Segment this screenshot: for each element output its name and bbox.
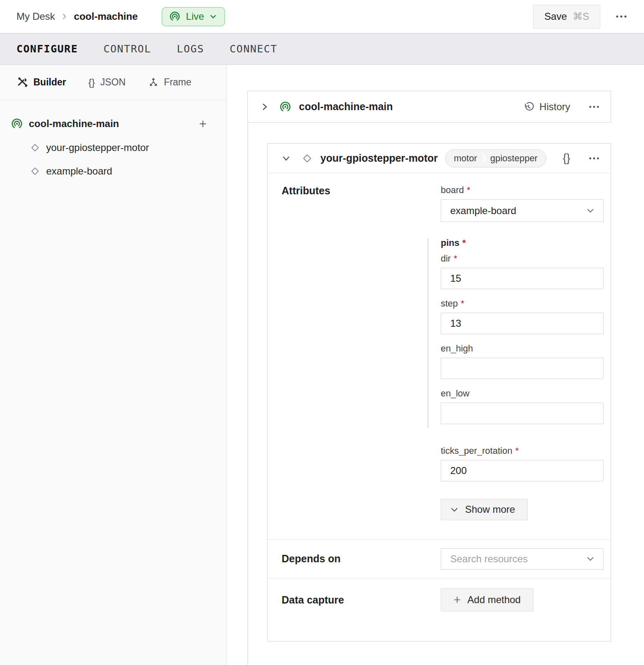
collapse-component-button[interactable]	[282, 154, 291, 163]
mode-builder-label: Builder	[33, 77, 66, 88]
attributes-section: Attributes board* example-board	[268, 173, 611, 539]
machine-card-overflow-menu-button[interactable]	[588, 105, 600, 109]
topbar-overflow-menu-button[interactable]	[615, 14, 628, 19]
tab-connect[interactable]: CONNECT	[230, 43, 277, 55]
machine-part-title: cool-machine-main	[299, 101, 393, 113]
mode-frame-label: Frame	[164, 77, 191, 88]
diamond-icon	[301, 153, 313, 164]
pins-field-group: pins* dir* step* en_high	[441, 238, 604, 424]
diamond-icon	[30, 142, 40, 153]
required-marker: *	[462, 238, 466, 248]
depends-on-placeholder: Search resources	[450, 553, 528, 565]
add-component-button[interactable]: +	[199, 118, 207, 130]
plus-icon: +	[454, 594, 461, 606]
top-bar: My Desk cool-machine Live Save ⌘S	[0, 0, 644, 33]
attributes-heading: Attributes	[282, 185, 441, 539]
depends-on-heading: Depends on	[282, 553, 441, 565]
component-type-model-badge: motor gpiostepper	[445, 149, 546, 167]
machine-config-page: My Desk cool-machine Live Save ⌘S	[0, 0, 644, 665]
live-status-dropdown[interactable]: Live	[162, 7, 225, 26]
tab-logs[interactable]: LOGS	[177, 43, 204, 55]
machine-part-card: cool-machine-main History	[247, 91, 611, 123]
page-tabs: CONFIGURE CONTROL LOGS CONNECT	[0, 33, 644, 65]
required-marker: *	[461, 298, 465, 309]
tab-control[interactable]: CONTROL	[103, 43, 151, 55]
diamond-icon	[30, 166, 40, 177]
required-marker: *	[515, 446, 519, 456]
viam-logo-icon	[11, 118, 23, 130]
component-card-header: your-gpiostepper-motor motor gpiostepper…	[268, 144, 611, 173]
step-label: step	[441, 298, 458, 309]
edit-json-button[interactable]: {}	[563, 152, 570, 165]
component-overflow-menu-button[interactable]	[588, 156, 600, 160]
en-low-input[interactable]	[441, 403, 604, 424]
data-capture-section: Data capture + Add method	[268, 578, 611, 641]
ticks-per-rotation-label: ticks_per_rotation	[441, 446, 512, 456]
mode-json-label: JSON	[100, 77, 125, 88]
mode-json[interactable]: {} JSON	[88, 77, 125, 88]
add-method-button[interactable]: + Add method	[441, 588, 534, 611]
view-mode-switcher: Builder {} JSON Frame	[0, 65, 226, 100]
tree-connector-line	[247, 122, 248, 665]
config-main-panel: cool-machine-main History	[227, 65, 644, 665]
board-select-value: example-board	[450, 205, 516, 217]
mode-builder[interactable]: Builder	[16, 77, 66, 88]
show-more-button[interactable]: Show more	[441, 499, 528, 520]
board-select[interactable]: example-board	[441, 199, 604, 222]
board-field: board* example-board	[441, 185, 604, 222]
save-shortcut-hint: ⌘S	[573, 11, 589, 22]
dir-label: dir	[441, 253, 451, 264]
step-input[interactable]	[441, 313, 604, 334]
depends-on-section: Depends on Search resources	[268, 539, 611, 578]
tree-item-board-label: example-board	[46, 165, 112, 177]
breadcrumb-root[interactable]: My Desk	[16, 11, 55, 22]
en-high-label: en_high	[441, 343, 473, 354]
resource-tree: cool-machine-main + your-gpiostepper-mot…	[0, 100, 226, 183]
badge-chevron-separator-icon	[481, 152, 486, 165]
pins-indent-line	[428, 238, 428, 428]
json-braces-icon: {}	[88, 77, 95, 88]
component-model-tag: gpiostepper	[490, 153, 538, 164]
step-field: step*	[441, 298, 604, 334]
tree-item-motor-label: your-gpiostepper-motor	[46, 142, 149, 153]
component-title: your-gpiostepper-motor	[320, 152, 438, 164]
tree-item-board[interactable]: example-board	[11, 159, 226, 183]
frame-axes-icon	[148, 77, 159, 88]
tree-item-machine-part-label: cool-machine-main	[29, 118, 119, 130]
component-card: your-gpiostepper-motor motor gpiostepper…	[267, 143, 611, 641]
depends-on-select[interactable]: Search resources	[441, 548, 604, 570]
live-label: Live	[186, 11, 204, 22]
history-button[interactable]: History	[523, 101, 570, 113]
add-method-label: Add method	[468, 594, 521, 606]
dir-input[interactable]	[441, 268, 604, 289]
data-capture-heading: Data capture	[282, 594, 441, 606]
en-low-field: en_low	[441, 388, 604, 424]
required-marker: *	[467, 185, 470, 195]
component-type-tag: motor	[454, 153, 477, 164]
en-low-label: en_low	[441, 388, 470, 399]
breadcrumb-chevron-icon	[61, 13, 68, 20]
pins-label: pins	[441, 238, 459, 248]
config-sidebar: Builder {} JSON Frame	[0, 65, 227, 665]
builder-tools-icon	[16, 77, 28, 88]
tree-item-machine-part[interactable]: cool-machine-main +	[11, 112, 226, 136]
ticks-per-rotation-input[interactable]	[441, 460, 604, 481]
show-more-label: Show more	[465, 504, 515, 515]
save-button[interactable]: Save ⌘S	[533, 5, 600, 28]
mode-frame[interactable]: Frame	[148, 77, 191, 88]
chevron-down-icon	[586, 556, 595, 562]
history-clock-icon	[523, 101, 534, 113]
expand-machine-card-button[interactable]	[260, 102, 269, 111]
en-high-input[interactable]	[441, 358, 604, 379]
board-label: board	[441, 185, 464, 195]
chevron-down-icon	[209, 14, 217, 19]
tab-configure[interactable]: CONFIGURE	[16, 43, 78, 55]
viam-logo-icon	[169, 11, 181, 22]
chevron-down-icon	[586, 208, 595, 214]
ticks-per-rotation-field: ticks_per_rotation*	[441, 446, 604, 481]
viam-logo-icon	[279, 101, 291, 113]
dir-field: dir*	[441, 253, 604, 289]
en-high-field: en_high	[441, 343, 604, 379]
tree-item-motor[interactable]: your-gpiostepper-motor	[11, 136, 226, 159]
breadcrumb-current: cool-machine	[74, 11, 138, 22]
